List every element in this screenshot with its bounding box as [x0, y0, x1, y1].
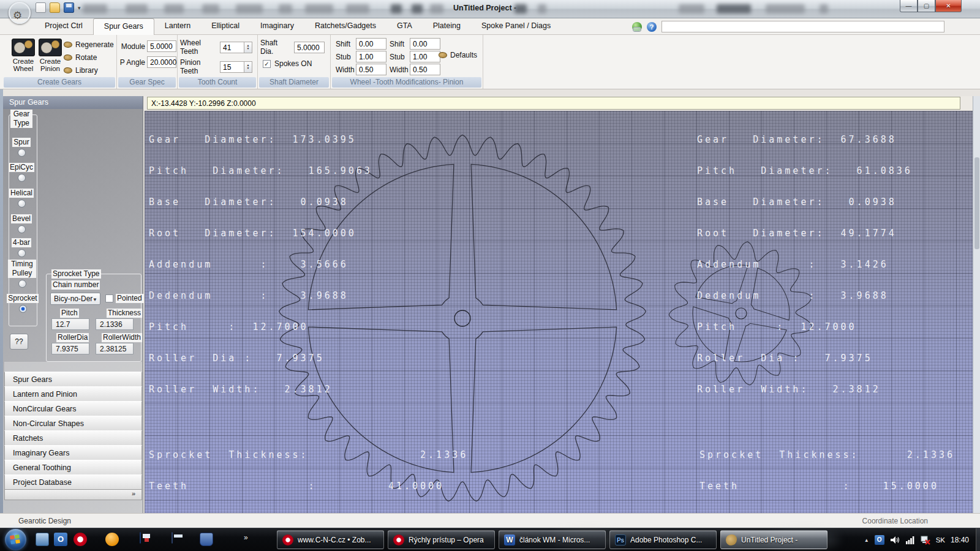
redacted-toolbar-item[interactable] — [279, 4, 292, 13]
drawing-canvas[interactable]: Gear Diameter: 173.0395 Pitch Diameter: … — [145, 111, 973, 513]
redacted-toolbar-item[interactable] — [305, 4, 333, 13]
web-link-icon[interactable] — [632, 22, 642, 32]
pointed-checkbox[interactable] — [105, 294, 113, 302]
wheel-width-field[interactable]: 0.50 — [356, 64, 386, 75]
timing-pulley-radio[interactable] — [18, 280, 26, 288]
taskbar-button-cnc[interactable]: www.C-N-C.cz • Zob... — [277, 530, 384, 549]
gear-type-option-epicyc[interactable]: EpiCyc — [3, 161, 40, 182]
app-logo-gear-icon[interactable]: ⚙ — [9, 2, 31, 24]
ribbon-text-input[interactable] — [662, 21, 944, 32]
desktop-icon[interactable] — [36, 533, 49, 546]
4bar-radio[interactable] — [18, 249, 26, 257]
taskbar-button-gearotic[interactable]: UnTitled Project - — [720, 530, 827, 549]
redacted-toolbar-item[interactable] — [164, 4, 184, 13]
pinion-teeth-field[interactable]: 15 — [220, 61, 244, 73]
help-icon[interactable]: ? — [647, 22, 657, 32]
tab-gta[interactable]: GTA — [386, 18, 423, 35]
pitch-value[interactable]: 12.7 — [51, 318, 89, 330]
tab-spoke-panel-diags[interactable]: Spoke Panel / Diags — [471, 18, 561, 35]
shaft-dia-field[interactable]: 5.0000 — [294, 42, 325, 53]
maximize-button[interactable]: ▢ — [918, 0, 935, 12]
thickness-value[interactable]: 2.1336 — [96, 318, 134, 330]
taskbar-button-photoshop[interactable]: PsAdobe Photoshop C... — [609, 530, 717, 549]
redacted-toolbar-item[interactable] — [236, 4, 263, 13]
spokes-on-checkbox[interactable]: ✓ — [263, 60, 271, 68]
gear-type-option-helical[interactable]: Helical — [3, 187, 40, 208]
create-pinion-button[interactable]: Create Pinion — [37, 39, 64, 72]
language-indicator[interactable]: SK — [936, 536, 945, 544]
redacted-toolbar-item[interactable] — [83, 4, 107, 13]
calculator-icon[interactable] — [172, 532, 173, 544]
sidebar-item-imaginary-gears[interactable]: Imaginary Gears — [4, 445, 142, 460]
redacted-toolbar-icon[interactable] — [538, 4, 546, 13]
nav-overflow-chevron[interactable]: » — [4, 489, 142, 500]
wheel-teeth-field[interactable]: 41 — [220, 42, 244, 53]
canvas-scrollbar[interactable] — [973, 96, 980, 513]
gear-type-option-4bar[interactable]: 4-bar — [3, 236, 40, 257]
sidebar-item-ratchets[interactable]: Ratchets — [4, 430, 142, 446]
quick-access-dropdown-icon[interactable]: ▾ — [78, 5, 81, 11]
pinion-shift-field[interactable]: 0.00 — [410, 38, 440, 50]
show-desktop-button[interactable] — [976, 528, 980, 551]
tab-plateing[interactable]: Plateing — [423, 18, 471, 35]
epicyc-radio[interactable] — [18, 174, 26, 182]
signal-bars-icon[interactable] — [905, 535, 915, 545]
sprocket-radio[interactable] — [19, 305, 27, 313]
orange-app-icon[interactable] — [105, 533, 119, 546]
gear-type-option-spur[interactable]: Spur — [3, 136, 40, 157]
bevel-radio[interactable] — [18, 225, 26, 233]
outlook-tray-icon[interactable]: O — [875, 535, 884, 545]
library-button[interactable]: Library — [64, 64, 114, 77]
pinion-width-field[interactable]: 0.50 — [410, 64, 440, 75]
redacted-toolbar-item[interactable] — [202, 4, 219, 13]
start-button[interactable] — [5, 529, 26, 550]
pinion-teeth-spinner[interactable]: ▲▼ — [244, 61, 252, 73]
sidebar-item-lantern-and-pinion[interactable]: Lantern and Pinion — [4, 386, 142, 402]
create-wheel-button[interactable]: Create Wheel — [10, 39, 37, 72]
defaults-button[interactable]: Defaults — [439, 51, 477, 59]
redacted-toolbar-icon[interactable] — [412, 4, 423, 13]
gear-type-option-bevel[interactable]: Bevel — [3, 212, 40, 233]
tab-lantern[interactable]: Lantern — [154, 18, 201, 35]
quicklaunch-overflow-chevron[interactable]: » — [244, 533, 248, 542]
pinion-stub-field[interactable]: 1.00 — [410, 51, 440, 62]
sidebar-item-non-circular-shapes[interactable]: Non-Circular Shapes — [4, 416, 142, 431]
network-disconnected-icon[interactable] — [921, 535, 930, 545]
open-folder-icon[interactable] — [50, 2, 60, 13]
redacted-toolbar-item[interactable] — [126, 4, 148, 13]
rotate-button[interactable]: Rotate — [64, 51, 114, 64]
redacted-toolbar-icon[interactable] — [391, 4, 402, 13]
opera-icon[interactable] — [74, 533, 87, 546]
helical-radio[interactable] — [18, 200, 26, 208]
wheel-shift-field[interactable]: 0.00 — [356, 38, 386, 50]
redacted-toolbar-item[interactable] — [346, 4, 369, 13]
rollerdia-value[interactable]: 7.9375 — [51, 343, 89, 354]
minimize-button[interactable]: — — [900, 0, 918, 12]
outlook-icon[interactable]: O — [54, 533, 67, 546]
sidebar-item-noncircular-gears[interactable]: NonCircular Gears — [4, 401, 142, 416]
sidebar-item-general-toothing[interactable]: General Toothing — [4, 460, 142, 475]
chain-number-dropdown[interactable]: Bicy-no-Der▼ — [50, 293, 100, 305]
speaker-icon[interactable] — [890, 535, 900, 545]
pointed-option[interactable]: Pointed — [105, 294, 143, 303]
sidebar-item-spur-gears[interactable]: Spur Gears — [4, 372, 142, 387]
redacted-toolbar-icon[interactable] — [514, 4, 527, 13]
tab-project-ctrl[interactable]: Project Ctrl — [34, 18, 93, 35]
redacted-toolbar-item[interactable] — [766, 4, 805, 13]
tab-ratchets-gadgets[interactable]: Ratchets/Gadgets — [304, 18, 386, 35]
wheel-stub-field[interactable]: 1.00 — [356, 51, 386, 62]
rollerwidth-value[interactable]: 2.38125 — [96, 343, 134, 354]
redacted-toolbar-item[interactable] — [820, 4, 828, 13]
taskbar-button-word[interactable]: Wčlánok WM - Micros... — [499, 530, 606, 549]
regenerate-button[interactable]: Regenerate — [64, 38, 114, 51]
gear-type-option-sprocket[interactable]: Sprocket — [3, 292, 42, 313]
wheel-teeth-spinner[interactable]: ▲▼ — [244, 42, 252, 53]
tab-elliptical[interactable]: Elliptical — [201, 18, 250, 35]
redacted-toolbar-icon[interactable] — [430, 4, 443, 13]
save-tool-icon[interactable] — [140, 532, 141, 544]
close-button[interactable]: ✕ — [935, 0, 962, 12]
scrollbar-thumb[interactable] — [974, 157, 979, 249]
redacted-toolbar-item[interactable] — [679, 4, 704, 13]
gear-type-option-timing-pulley[interactable]: Timing Pulley — [3, 260, 41, 288]
p-angle-field[interactable]: 20.0000 — [147, 56, 176, 68]
